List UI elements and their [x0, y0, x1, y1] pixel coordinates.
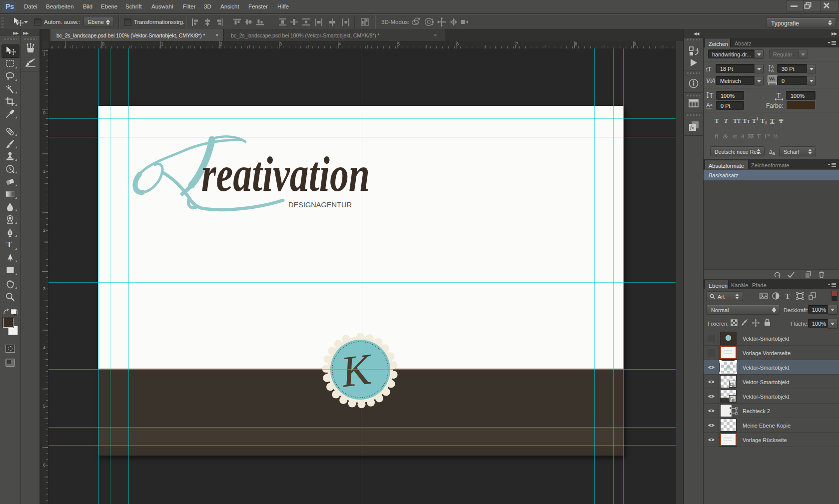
- svg-text:DESIGNAGENTUR: DESIGNAGENTUR: [288, 200, 352, 209]
- svg-text:reativation: reativation: [201, 146, 370, 202]
- svg-text:A: A: [771, 68, 774, 72]
- svg-text:fx: fx: [690, 124, 694, 130]
